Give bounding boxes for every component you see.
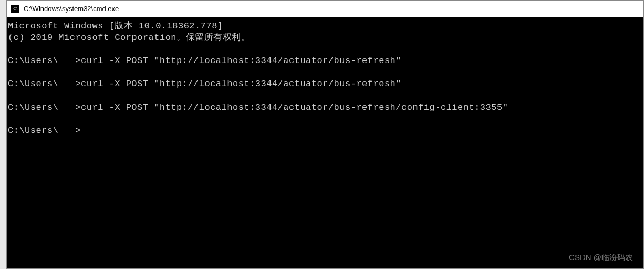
left-background-strip xyxy=(0,0,6,269)
terminal-body[interactable]: Microsoft Windows [版本 10.0.18362.778](c)… xyxy=(7,17,643,268)
redacted-username xyxy=(58,103,75,111)
redacted-username xyxy=(58,126,75,134)
prompt-prefix: C:\Users\ xyxy=(8,102,58,112)
terminal-line xyxy=(8,113,642,125)
prompt-prefix: C:\Users\ xyxy=(8,79,58,89)
prompt-suffix: > xyxy=(75,126,81,136)
command-text: curl -X POST "http://localhost:3344/actu… xyxy=(81,56,401,66)
prompt-prefix: C:\Users\ xyxy=(8,126,58,136)
terminal-line xyxy=(8,90,642,102)
terminal-line: C:\Users\>curl -X POST "http://localhost… xyxy=(8,55,642,67)
prompt-suffix: > xyxy=(75,102,81,112)
terminal-line: Microsoft Windows [版本 10.0.18362.778] xyxy=(8,20,642,32)
cmd-icon-label: C:\ xyxy=(13,7,17,11)
terminal-line: (c) 2019 Microsoft Corporation。保留所有权利。 xyxy=(8,32,642,44)
window-title: C:\Windows\system32\cmd.exe xyxy=(24,5,119,13)
redacted-username xyxy=(58,80,75,88)
watermark: CSDN @临汾码农 xyxy=(569,252,633,263)
cmd-icon: C:\ xyxy=(11,5,19,13)
prompt-suffix: > xyxy=(75,79,81,89)
prompt-suffix: > xyxy=(75,56,81,66)
prompt-prefix: C:\Users\ xyxy=(8,56,58,66)
terminal-line: C:\Users\>curl -X POST "http://localhost… xyxy=(8,102,642,113)
command-text: curl -X POST "http://localhost:3344/actu… xyxy=(81,102,508,112)
cmd-window: C:\ C:\Windows\system32\cmd.exe Microsof… xyxy=(6,0,644,269)
redacted-username xyxy=(58,57,75,65)
terminal-line: C:\Users\>curl -X POST "http://localhost… xyxy=(8,78,642,90)
titlebar[interactable]: C:\ C:\Windows\system32\cmd.exe xyxy=(7,1,643,17)
terminal-line: C:\Users\> xyxy=(8,125,642,137)
command-text: curl -X POST "http://localhost:3344/actu… xyxy=(81,79,401,89)
terminal-line xyxy=(8,67,642,78)
terminal-line xyxy=(8,44,642,55)
